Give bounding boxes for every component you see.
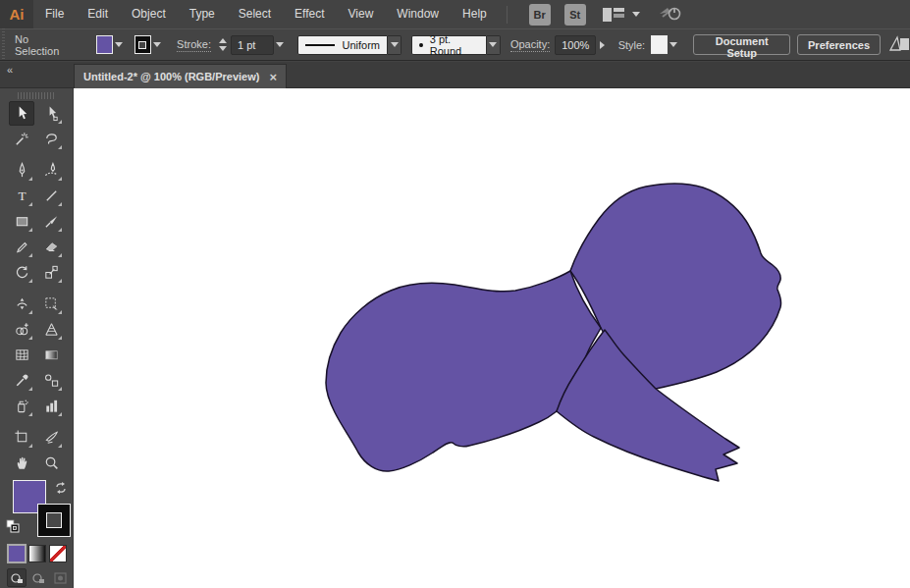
line-segment-tool-icon	[43, 187, 60, 204]
tool-artboard[interactable]	[9, 425, 34, 450]
tool-selection[interactable]	[9, 101, 34, 126]
fill-color-swatch[interactable]	[96, 35, 113, 54]
menu-edit[interactable]: Edit	[76, 0, 120, 28]
document-tab-title: Untitled-2* @ 100% (RGB/Preview)	[83, 71, 259, 82]
panel-menu-icon[interactable]	[888, 34, 910, 56]
mesh-tool-icon	[14, 347, 30, 363]
variable-width-chevron-icon[interactable]	[388, 35, 401, 55]
default-fill-stroke-icon[interactable]	[6, 519, 20, 537]
free-transform-tool-icon	[43, 295, 60, 312]
stock-icon[interactable]: St	[564, 4, 586, 26]
brush-chevron-icon[interactable]	[487, 35, 501, 55]
menu-type[interactable]: Type	[178, 0, 227, 28]
draw-behind-icon	[31, 571, 46, 585]
style-label: Style:	[618, 39, 646, 51]
blob-shape-group[interactable]	[326, 184, 781, 481]
opacity-field[interactable]: 100%	[555, 35, 596, 55]
control-bar-grip[interactable]	[0, 28, 7, 61]
tool-shape-builder[interactable]	[9, 317, 34, 342]
tool-mesh[interactable]	[9, 343, 34, 367]
workspace-layout-icon	[602, 7, 625, 23]
tool-scale[interactable]	[38, 260, 64, 285]
document-tab[interactable]: Untitled-2* @ 100% (RGB/Preview) ×	[74, 64, 287, 88]
menu-help[interactable]: Help	[451, 0, 499, 28]
tool-lasso[interactable]	[38, 127, 64, 151]
eraser-tool-icon	[43, 239, 60, 255]
tool-symbol-sprayer[interactable]	[9, 394, 34, 418]
tool-rotate[interactable]	[9, 260, 34, 285]
preferences-button[interactable]: Preferences	[797, 34, 881, 55]
tool-blend[interactable]	[38, 368, 64, 393]
perspective-grid-tool-icon	[43, 321, 60, 338]
stroke-weight-stepper[interactable]	[219, 38, 227, 51]
draw-inside-button[interactable]	[50, 568, 70, 587]
document-setup-button[interactable]: Document Setup	[693, 34, 790, 55]
tool-perspective-grid[interactable]	[38, 317, 64, 342]
tool-rectangle[interactable]	[9, 209, 34, 234]
stepper-down-icon[interactable]	[219, 46, 227, 51]
stroke-weight-field[interactable]: 1 pt	[231, 35, 274, 55]
menu-select[interactable]: Select	[227, 0, 283, 28]
stroke-color-swatch[interactable]	[134, 35, 151, 54]
tool-shaper[interactable]	[9, 235, 34, 259]
none-button[interactable]	[49, 545, 67, 562]
tool-width[interactable]	[9, 292, 34, 316]
tool-direct-selection[interactable]	[38, 101, 64, 126]
shape-builder-tool-icon	[14, 321, 30, 338]
tool-eyedropper[interactable]	[9, 368, 34, 393]
draw-normal-icon	[10, 571, 25, 585]
tool-free-transform[interactable]	[38, 292, 64, 316]
collapse-panels-button[interactable]: «	[7, 64, 12, 76]
column-graph-tool-icon	[43, 398, 60, 414]
tools-panel-grip[interactable]	[18, 92, 55, 99]
shape-body[interactable]	[326, 271, 601, 471]
gpu-performance-icon[interactable]	[658, 4, 683, 26]
type-tool-icon: T	[14, 187, 30, 204]
tool-magic-wand[interactable]	[9, 127, 34, 151]
brush-stroke-preview	[419, 43, 423, 47]
style-chevron-icon[interactable]	[668, 35, 679, 54]
tool-type[interactable]: T	[9, 184, 34, 208]
stepper-up-icon[interactable]	[219, 38, 227, 43]
tool-zoom[interactable]	[38, 451, 64, 475]
draw-behind-button[interactable]	[28, 568, 48, 587]
gradient-button[interactable]	[28, 545, 46, 562]
tool-eraser[interactable]	[38, 235, 64, 259]
tab-close-icon[interactable]: ×	[269, 72, 277, 82]
tool-pen[interactable]	[9, 158, 34, 183]
opacity-arrow-icon[interactable]	[596, 35, 608, 54]
menu-file[interactable]: File	[33, 0, 76, 28]
variable-width-dropdown[interactable]: Uniform	[297, 35, 388, 55]
blend-tool-icon	[43, 372, 60, 389]
swap-fill-stroke-icon[interactable]	[54, 481, 68, 499]
gradient-tool-icon	[43, 347, 60, 363]
menu-object[interactable]: Object	[120, 0, 178, 28]
tool-gradient[interactable]	[38, 343, 64, 367]
stroke-color-chevron-icon[interactable]	[151, 35, 163, 54]
tool-column-graph[interactable]	[38, 394, 64, 418]
artboard-canvas[interactable]	[74, 88, 910, 588]
workspace-switcher[interactable]	[602, 7, 640, 23]
tool-line-segment[interactable]	[38, 184, 64, 208]
tool-paintbrush[interactable]	[38, 209, 64, 234]
tool-slice[interactable]	[38, 425, 64, 450]
menu-effect[interactable]: Effect	[283, 0, 336, 28]
brush-dropdown[interactable]: 3 pt. Round	[411, 35, 487, 55]
paint-style-buttons	[0, 545, 73, 562]
pen-tool-icon	[14, 162, 30, 179]
opacity-label[interactable]: Opacity:	[510, 38, 550, 52]
menu-window[interactable]: Window	[385, 0, 451, 28]
fill-color-chevron-icon[interactable]	[113, 35, 125, 54]
tool-curvature[interactable]	[38, 158, 64, 183]
style-swatch[interactable]	[651, 35, 668, 54]
brush-value: 3 pt. Round	[430, 33, 479, 57]
draw-normal-button[interactable]	[7, 568, 27, 587]
toolbar-stroke-swatch[interactable]	[37, 504, 71, 537]
illustrator-logo: Ai	[0, 0, 33, 28]
bridge-icon[interactable]: Br	[529, 4, 551, 26]
stroke-label[interactable]: Stroke:	[177, 38, 211, 52]
color-button[interactable]	[8, 545, 26, 562]
stroke-weight-chevron-icon[interactable]	[274, 35, 286, 54]
tool-hand[interactable]	[9, 451, 34, 475]
menu-view[interactable]: View	[337, 0, 386, 28]
